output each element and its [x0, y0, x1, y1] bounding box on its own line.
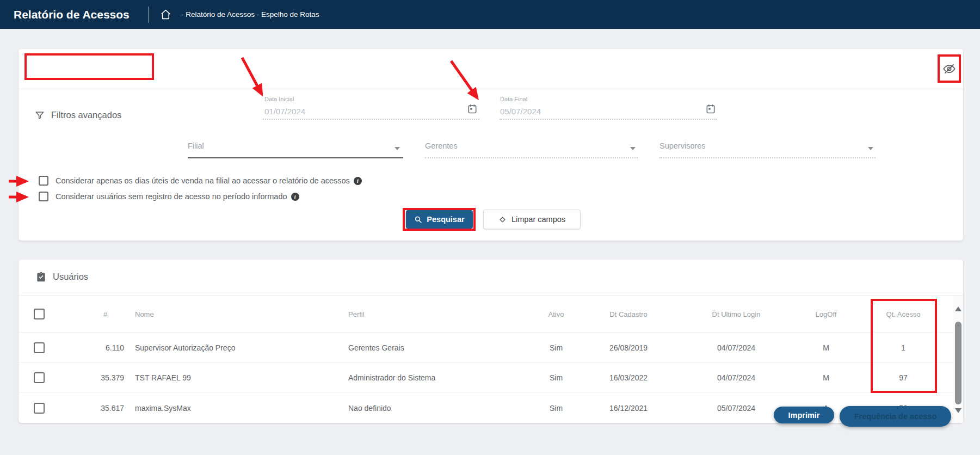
supervisores-underline: [660, 157, 876, 158]
cell-dt-ultimo-login: 05/07/2024: [697, 404, 776, 413]
hide-filters-eye-slash-icon[interactable]: [943, 63, 956, 75]
home-icon[interactable]: [160, 9, 171, 20]
cell-perfil: Gerentes Gerais: [348, 343, 544, 352]
checkbox-sem-registro[interactable]: [39, 192, 48, 201]
col-header-id: #: [82, 310, 124, 318]
col-header-qt-acesso: Qt. Acesso: [876, 310, 930, 318]
filial-underline: [188, 157, 403, 158]
cell-nome: maxima.SysMax: [135, 404, 342, 413]
date-end-label: Data Final: [500, 96, 527, 102]
app-root: Relatório de Acessos - Relatório de Aces…: [0, 0, 980, 455]
table-scrollbar[interactable]: [953, 296, 963, 423]
cell-nome: Supervisor Autorização Preço: [135, 343, 342, 352]
search-button[interactable]: Pesquisar: [406, 210, 473, 229]
table-row: 6.110 Supervisor Autorização Preço Geren…: [19, 333, 963, 362]
cell-perfil: Administrador do Sistema: [348, 373, 544, 382]
col-header-nome: Nome: [135, 310, 342, 318]
supervisores-chevron-down-icon[interactable]: [868, 147, 873, 150]
filters-header-divider: [19, 89, 963, 89]
checkbox-sem-registro-label: Considerar usuários sem registro de aces…: [56, 192, 299, 201]
cell-id: 35.379: [82, 373, 124, 382]
print-button[interactable]: Imprimir: [774, 407, 834, 423]
users-section-title: Usuários: [36, 272, 88, 282]
date-end-underline: [500, 119, 717, 120]
col-header-perfil: Perfil: [348, 310, 544, 318]
scroll-up-arrow-icon[interactable]: [955, 306, 961, 311]
scrollbar-thumb[interactable]: [955, 322, 961, 404]
gerentes-select[interactable]: Gerentes: [425, 142, 458, 150]
cell-nome: TST RAFAEL 99: [135, 373, 342, 382]
cell-perfil: Nao definido: [348, 404, 544, 413]
cell-id: 6.110: [82, 343, 124, 352]
date-start-underline: [263, 119, 479, 120]
cell-logoff: M: [800, 373, 852, 382]
cell-ativo: Sim: [530, 373, 582, 382]
col-header-dt-ultimo-login: Dt Ultimo Login: [697, 310, 776, 318]
col-header-dt-cadastro: Dt Cadastro: [593, 310, 664, 318]
row-checkbox[interactable]: [34, 342, 45, 353]
filial-chevron-down-icon[interactable]: [395, 147, 400, 150]
clipboard-check-icon: [36, 272, 46, 282]
table-header-row: # Nome Perfil Ativo Dt Cadastro Dt Ultim…: [19, 296, 963, 333]
gerentes-underline: [425, 157, 638, 158]
page-title: Relatório de Acessos: [14, 0, 130, 29]
search-icon: [414, 216, 422, 224]
info-icon[interactable]: i: [354, 177, 362, 185]
eraser-diamond-icon: [498, 216, 507, 224]
row-checkbox[interactable]: [34, 403, 45, 414]
cell-qt-acesso: 1: [876, 343, 930, 352]
cell-dt-cadastro: 16/12/2021: [593, 404, 664, 413]
header-divider: [148, 7, 149, 23]
supervisores-select[interactable]: Supervisores: [660, 142, 706, 150]
date-start-calendar-icon[interactable]: [467, 103, 478, 114]
cell-qt-acesso: 97: [876, 373, 930, 382]
filial-select[interactable]: Filial: [188, 142, 204, 150]
scroll-down-arrow-icon[interactable]: [955, 408, 961, 413]
checkbox-dias-uteis-label: Considerar apenas os dias úteis de venda…: [56, 176, 362, 185]
row-checkbox[interactable]: [34, 372, 45, 383]
col-header-ativo: Ativo: [530, 310, 582, 318]
select-all-checkbox[interactable]: [34, 309, 45, 319]
info-icon[interactable]: i: [291, 193, 299, 201]
table-row: 35.379 TST RAFAEL 99 Administrador do Si…: [19, 363, 963, 392]
date-start-value[interactable]: 01/07/2024: [264, 107, 305, 116]
filters-section-title: Filtros avançados: [35, 110, 121, 120]
cell-dt-cadastro: 16/03/2022: [593, 373, 664, 382]
date-start-label: Data Inicial: [264, 96, 294, 102]
cell-dt-cadastro: 26/08/2019: [593, 343, 664, 352]
cell-dt-ultimo-login: 04/07/2024: [697, 373, 776, 382]
breadcrumb: - Relatório de Acessos - Espelho de Rota…: [181, 0, 319, 29]
cell-dt-ultimo-login: 04/07/2024: [697, 343, 776, 352]
col-header-logoff: LogOff: [800, 310, 852, 318]
access-frequency-button[interactable]: Frequência de acesso: [840, 406, 951, 427]
users-card: Usuários # Nome Perfil Ativo Dt Cadastro…: [19, 260, 963, 423]
cell-ativo: Sim: [530, 404, 582, 413]
gerentes-chevron-down-icon[interactable]: [630, 147, 636, 150]
clear-fields-button[interactable]: Limpar campos: [483, 210, 581, 229]
checkbox-dias-uteis[interactable]: [39, 176, 48, 186]
advanced-filters-card: Filtros avançados Data Inicial 01/07/202…: [19, 49, 963, 241]
date-end-calendar-icon[interactable]: [705, 103, 716, 114]
date-end-value[interactable]: 05/07/2024: [500, 107, 541, 116]
cell-id: 35.617: [82, 404, 124, 413]
top-header-bar: Relatório de Acessos - Relatório de Aces…: [0, 0, 980, 29]
filter-funnel-icon: [35, 110, 45, 120]
cell-ativo: Sim: [530, 343, 582, 352]
cell-logoff: M: [800, 343, 852, 352]
